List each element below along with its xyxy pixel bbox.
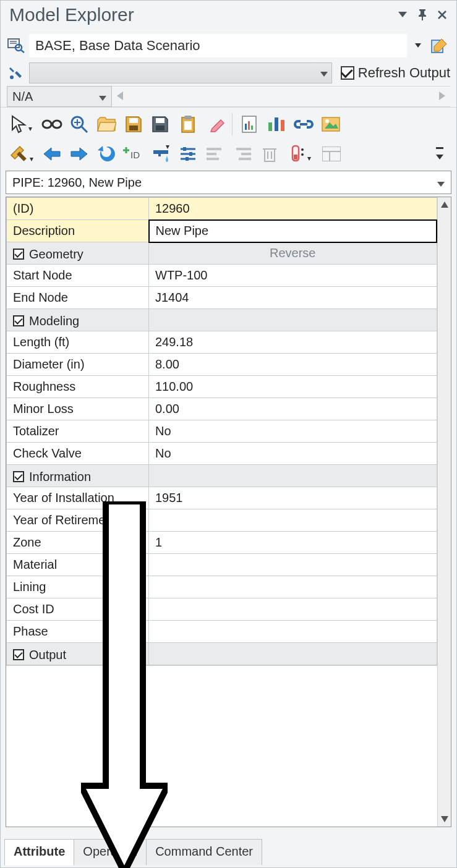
layout-icon[interactable]	[318, 141, 344, 167]
table-row[interactable]: Minor Loss0.00	[7, 398, 437, 420]
save-icon[interactable]	[121, 111, 147, 137]
section-toggle[interactable]: Output	[13, 648, 66, 662]
forward-arrow-icon[interactable]	[66, 141, 92, 167]
table-row[interactable]: Phase	[7, 621, 437, 643]
cell-value[interactable]: 249.18	[149, 331, 437, 354]
hammer-tool-icon[interactable]	[4, 141, 38, 167]
cell-value[interactable]: J1404	[149, 287, 437, 309]
cell-value[interactable]: No	[149, 420, 437, 443]
open-folder-icon[interactable]	[93, 111, 119, 137]
eraser-icon[interactable]	[202, 111, 228, 137]
scroll-right-icon[interactable]	[439, 90, 445, 103]
section-toggle[interactable]: Geometry	[13, 247, 83, 262]
svg-rect-64	[322, 147, 341, 161]
cell-value[interactable]	[149, 576, 437, 598]
nav-select[interactable]: N/A	[7, 86, 112, 107]
cell-label: Diameter (in)	[7, 354, 149, 376]
table-row[interactable]: Cost ID	[7, 598, 437, 621]
tab-operation[interactable]: Operation	[74, 839, 147, 865]
hyperlink-icon[interactable]	[291, 111, 317, 137]
table-row[interactable]: Check ValveNo	[7, 443, 437, 465]
table-row[interactable]: Year of Retirement	[7, 509, 437, 532]
scenario-dropdown-icon[interactable]	[411, 36, 425, 55]
row-description[interactable]: Description New Pipe	[7, 220, 437, 242]
edit-scenario-icon[interactable]	[429, 35, 450, 56]
zoom-in-icon[interactable]	[66, 111, 92, 137]
delete-icon[interactable]	[257, 141, 283, 167]
toolbar-overflow-icon[interactable]	[427, 141, 453, 167]
paste-icon[interactable]	[175, 111, 201, 137]
table-row[interactable]: Material	[7, 554, 437, 576]
refresh-output-checkbox[interactable]: Refresh Output	[336, 65, 450, 81]
nav-scroll-area[interactable]	[112, 86, 450, 107]
table-row[interactable]: Start NodeWTP-100	[7, 265, 437, 287]
svg-rect-21	[156, 126, 164, 130]
section-geometry[interactable]: Geometry Reverse	[7, 242, 437, 265]
table-row[interactable]: Year of Installation1951	[7, 487, 437, 509]
svg-text:ID: ID	[130, 150, 140, 160]
section-action	[149, 465, 437, 487]
history-icon[interactable]	[93, 141, 119, 167]
faucet-icon[interactable]	[148, 141, 174, 167]
table-row[interactable]: TotalizerNo	[7, 420, 437, 443]
svg-rect-52	[236, 148, 251, 150]
table-row[interactable]: Length (ft)249.18	[7, 331, 437, 354]
table-row[interactable]: Diameter (in)8.00	[7, 354, 437, 376]
cell-value[interactable]	[149, 509, 437, 532]
cell-label: Start Node	[7, 265, 149, 287]
scroll-down-icon[interactable]	[441, 814, 448, 824]
scenario-search-icon[interactable]	[7, 36, 25, 55]
scenario-name[interactable]: BASE, Base Data Scenario	[29, 34, 407, 57]
cell-value[interactable]: 1	[149, 532, 437, 554]
tools-icon[interactable]	[7, 64, 25, 82]
svg-rect-20	[156, 118, 164, 123]
scroll-up-icon[interactable]	[441, 200, 448, 210]
row-id[interactable]: (ID) 12960	[7, 198, 437, 220]
cell-value[interactable]: WTP-100	[149, 265, 437, 287]
image-icon[interactable]	[318, 111, 344, 137]
cell-value[interactable]: New Pipe	[149, 220, 437, 242]
svg-rect-41	[164, 150, 168, 154]
section-toggle[interactable]: Modeling	[13, 314, 79, 328]
settings-sliders-icon[interactable]	[175, 141, 201, 167]
table-row[interactable]: Roughness110.00	[7, 376, 437, 398]
align-left-icon[interactable]	[202, 141, 228, 167]
filter-dropdown[interactable]	[29, 62, 332, 83]
cell-value[interactable]: 110.00	[149, 376, 437, 398]
cell-value[interactable]: 0.00	[149, 398, 437, 420]
cell-value[interactable]: 12960	[149, 198, 437, 220]
object-selector[interactable]: PIPE: 12960, New Pipe	[6, 171, 451, 194]
panel-title: Model Explorer	[9, 4, 391, 25]
tab-attribute[interactable]: Attribute	[4, 839, 74, 866]
add-id-icon[interactable]: ID	[121, 141, 147, 167]
link-icon[interactable]	[39, 111, 65, 137]
cell-value[interactable]	[149, 554, 437, 576]
report-icon[interactable]	[236, 111, 262, 137]
cell-value[interactable]	[149, 598, 437, 621]
table-row[interactable]: End NodeJ1404	[7, 287, 437, 309]
section-information[interactable]: Information	[7, 465, 437, 487]
vertical-scrollbar[interactable]	[437, 197, 451, 827]
section-action[interactable]: Reverse	[149, 242, 437, 265]
section-modeling[interactable]: Modeling	[7, 309, 437, 331]
pointer-tool-icon[interactable]	[4, 111, 38, 137]
cell-value[interactable]	[149, 621, 437, 643]
save-all-icon[interactable]	[148, 111, 174, 137]
cell-value[interactable]: 1951	[149, 487, 437, 509]
table-row[interactable]: Lining	[7, 576, 437, 598]
cell-value[interactable]: 8.00	[149, 354, 437, 376]
align-right-icon[interactable]	[229, 141, 255, 167]
cell-value[interactable]: No	[149, 443, 437, 465]
chart-icon[interactable]	[263, 111, 289, 137]
section-toggle[interactable]: Information	[13, 470, 91, 484]
cell-label: Length (ft)	[7, 331, 149, 354]
section-output[interactable]: Output	[7, 643, 437, 665]
tube-icon[interactable]	[284, 141, 317, 167]
close-icon[interactable]	[434, 7, 450, 23]
scroll-left-icon[interactable]	[117, 90, 123, 103]
tab-command-center[interactable]: Command Center	[146, 839, 262, 865]
table-row[interactable]: Zone1	[7, 532, 437, 554]
pin-icon[interactable]	[414, 7, 430, 23]
back-arrow-icon[interactable]	[39, 141, 65, 167]
window-options-icon[interactable]	[395, 7, 411, 23]
